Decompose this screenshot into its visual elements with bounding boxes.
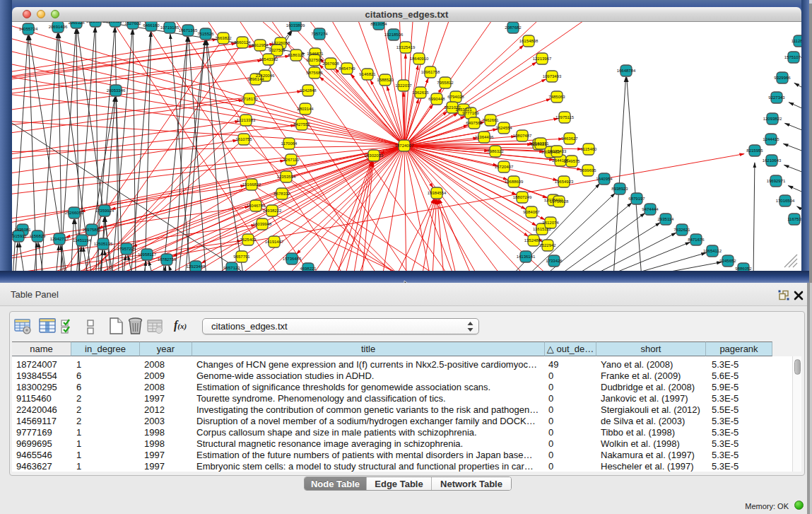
svg-text:1588520: 1588520 <box>377 78 394 82</box>
svg-text:7632621: 7632621 <box>673 228 690 232</box>
svg-text:18223872: 18223872 <box>86 22 105 23</box>
svg-text:2718170: 2718170 <box>241 97 258 101</box>
svg-text:3267110: 3267110 <box>283 158 300 162</box>
svg-text:7625402: 7625402 <box>240 238 257 242</box>
svg-text:1065328: 1065328 <box>68 22 85 25</box>
svg-text:6466160: 6466160 <box>143 23 160 28</box>
svg-text:1527602: 1527602 <box>124 22 141 25</box>
svg-text:9327509: 9327509 <box>269 48 286 52</box>
svg-text:8912954: 8912954 <box>252 43 269 47</box>
svg-text:6879197: 6879197 <box>628 197 645 201</box>
svg-text:12975115: 12975115 <box>555 115 575 119</box>
svg-text:10973493: 10973493 <box>543 74 562 78</box>
svg-text:16039948: 16039948 <box>253 222 272 226</box>
svg-text:10025433: 10025433 <box>548 149 567 153</box>
svg-text:9699695: 9699695 <box>579 168 596 173</box>
svg-text:2522942: 2522942 <box>539 243 556 247</box>
svg-text:15751074: 15751074 <box>784 55 801 59</box>
svg-text:7357274: 7357274 <box>311 32 328 36</box>
svg-text:14055724: 14055724 <box>19 27 38 31</box>
svg-text:8454749: 8454749 <box>339 66 355 71</box>
svg-text:116753: 116753 <box>787 217 801 221</box>
svg-text:8938923: 8938923 <box>611 187 628 191</box>
svg-text:8215955: 8215955 <box>746 148 763 153</box>
svg-text:10688609: 10688609 <box>505 180 524 184</box>
svg-text:9084067: 9084067 <box>523 210 540 214</box>
svg-text:14938222: 14938222 <box>263 209 282 213</box>
svg-text:19692971: 19692971 <box>767 179 786 183</box>
svg-text:16033809: 16033809 <box>286 23 305 28</box>
svg-text:13325419: 13325419 <box>396 45 416 49</box>
svg-text:10719185: 10719185 <box>160 25 180 30</box>
svg-text:9146821: 9146821 <box>359 72 376 76</box>
svg-text:7955812: 7955812 <box>437 81 454 85</box>
svg-text:7986322: 7986322 <box>487 149 504 153</box>
svg-text:9329966: 9329966 <box>774 76 791 80</box>
svg-text:8471676: 8471676 <box>688 238 705 242</box>
svg-text:18724007: 18724007 <box>395 144 414 148</box>
svg-text:8660124: 8660124 <box>234 40 251 45</box>
svg-text:9474444: 9474444 <box>642 207 659 211</box>
svg-text:12213967: 12213967 <box>533 57 552 61</box>
svg-text:1170064: 1170064 <box>281 141 298 146</box>
svg-text:25266050: 25266050 <box>65 211 84 215</box>
svg-text:19654923: 19654923 <box>555 180 574 184</box>
svg-text:13226058: 13226058 <box>271 41 290 45</box>
svg-text:1244415: 1244415 <box>763 137 779 141</box>
svg-text:7515526: 7515526 <box>197 32 214 36</box>
svg-text:1546871: 1546871 <box>307 52 324 56</box>
svg-text:1322037: 1322037 <box>395 83 412 88</box>
svg-text:9245652: 9245652 <box>719 259 736 263</box>
svg-text:17016504: 17016504 <box>776 199 795 203</box>
svg-text:2935114: 2935114 <box>658 217 675 221</box>
svg-text:9115460: 9115460 <box>581 147 598 151</box>
svg-text:20691406: 20691406 <box>49 25 68 29</box>
svg-text:12505135: 12505135 <box>94 242 113 246</box>
svg-text:9327508: 9327508 <box>306 58 323 62</box>
svg-text:21364436: 21364436 <box>475 135 494 139</box>
svg-text:1612074: 1612074 <box>542 221 559 225</box>
svg-text:13524861: 13524861 <box>524 238 543 243</box>
svg-text:20053346: 20053346 <box>107 88 126 93</box>
svg-text:15736485: 15736485 <box>283 257 302 261</box>
svg-text:9777169: 9777169 <box>462 111 479 115</box>
svg-text:9657791: 9657791 <box>233 255 250 259</box>
svg-text:4698221: 4698221 <box>300 267 317 271</box>
svg-text:16154808: 16154808 <box>519 39 539 43</box>
svg-text:2367608: 2367608 <box>322 62 339 66</box>
svg-text:14136141: 14136141 <box>517 255 536 259</box>
svg-text:1156829: 1156829 <box>30 234 47 238</box>
svg-text:2160331: 2160331 <box>532 141 549 146</box>
svg-text:6794028: 6794028 <box>447 95 464 99</box>
svg-text:9886052: 9886052 <box>735 267 752 271</box>
svg-text:7663822: 7663822 <box>215 36 232 40</box>
svg-text:20975887: 20975887 <box>83 228 102 232</box>
svg-text:10653287: 10653287 <box>106 22 125 23</box>
svg-text:6990448: 6990448 <box>428 97 445 101</box>
svg-text:12923448: 12923448 <box>187 264 206 269</box>
svg-text:8186328: 8186328 <box>288 53 305 57</box>
svg-text:1362615: 1362615 <box>412 90 429 95</box>
svg-text:7462661: 7462661 <box>482 118 499 122</box>
svg-text:10958117: 10958117 <box>138 252 157 257</box>
svg-text:8427552: 8427552 <box>293 122 310 127</box>
svg-text:15046786: 15046786 <box>247 204 266 208</box>
svg-text:12093822: 12093822 <box>763 117 782 121</box>
svg-text:2087682: 2087682 <box>505 25 522 30</box>
svg-text:19166822: 19166822 <box>242 182 261 187</box>
svg-text:16210643: 16210643 <box>763 158 782 163</box>
svg-text:17957225: 17957225 <box>117 247 136 251</box>
svg-text:10782759: 10782759 <box>158 257 177 262</box>
svg-text:9227343: 9227343 <box>768 95 785 100</box>
svg-text:11615112: 11615112 <box>533 227 551 231</box>
svg-text:15720407: 15720407 <box>495 165 514 169</box>
svg-text:2803144: 2803144 <box>297 107 314 111</box>
svg-text:19384554: 19384554 <box>428 191 447 195</box>
svg-text:16648784: 16648784 <box>617 69 636 73</box>
svg-text:7485063: 7485063 <box>548 95 565 99</box>
svg-text:1112849: 1112849 <box>792 39 801 43</box>
svg-text:1610755: 1610755 <box>235 137 252 141</box>
svg-text:1733426: 1733426 <box>546 259 563 263</box>
svg-text:17359924: 17359924 <box>95 209 114 213</box>
svg-text:11451194: 11451194 <box>73 238 91 243</box>
